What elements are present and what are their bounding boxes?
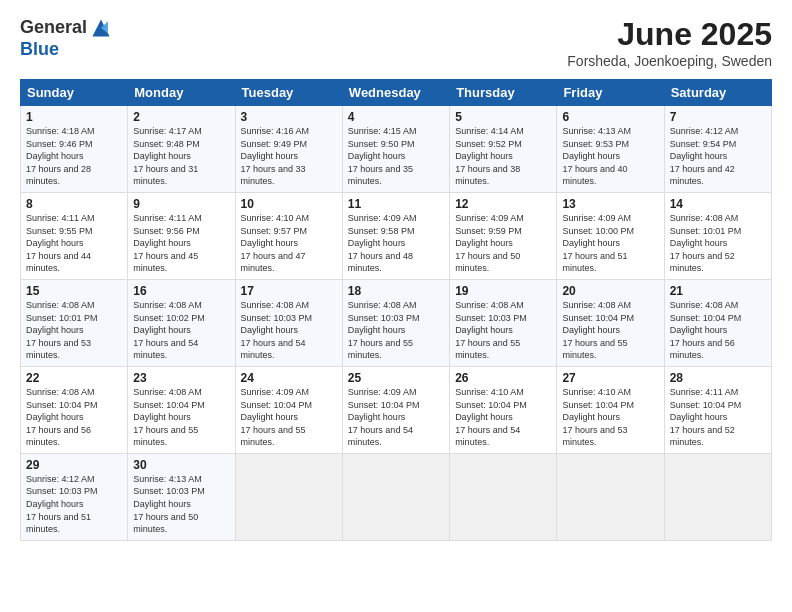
calendar-cell: 14 Sunrise: 4:08 AMSunset: 10:01 PMDayli… [664, 192, 771, 279]
day-info: Sunrise: 4:08 AMSunset: 10:03 PMDaylight… [455, 300, 527, 360]
day-number: 17 [241, 284, 337, 298]
calendar-cell: 13 Sunrise: 4:09 AMSunset: 10:00 PMDayli… [557, 192, 664, 279]
calendar-cell: 30 Sunrise: 4:13 AMSunset: 10:03 PMDayli… [128, 453, 235, 540]
calendar-title: June 2025 [567, 16, 772, 53]
calendar-cell: 25 Sunrise: 4:09 AMSunset: 10:04 PMDayli… [342, 366, 449, 453]
calendar-cell: 22 Sunrise: 4:08 AMSunset: 10:04 PMDayli… [21, 366, 128, 453]
day-info: Sunrise: 4:13 AMSunset: 10:03 PMDaylight… [133, 474, 205, 534]
logo-blue-text: Blue [20, 39, 59, 59]
calendar-week-3: 15 Sunrise: 4:08 AMSunset: 10:01 PMDayli… [21, 279, 772, 366]
calendar-cell: 28 Sunrise: 4:11 AMSunset: 10:04 PMDayli… [664, 366, 771, 453]
day-info: Sunrise: 4:12 AMSunset: 10:03 PMDaylight… [26, 474, 98, 534]
calendar-cell [557, 453, 664, 540]
calendar-cell [235, 453, 342, 540]
calendar-cell [342, 453, 449, 540]
page: General Blue June 2025 Forsheda, Joenkoe… [0, 0, 792, 612]
title-block: June 2025 Forsheda, Joenkoeping, Sweden [567, 16, 772, 69]
calendar-week-4: 22 Sunrise: 4:08 AMSunset: 10:04 PMDayli… [21, 366, 772, 453]
day-info: Sunrise: 4:08 AMSunset: 10:04 PMDaylight… [562, 300, 634, 360]
header-tuesday: Tuesday [235, 80, 342, 106]
day-number: 3 [241, 110, 337, 124]
day-info: Sunrise: 4:11 AMSunset: 9:56 PMDaylight … [133, 213, 202, 273]
day-info: Sunrise: 4:18 AMSunset: 9:46 PMDaylight … [26, 126, 95, 186]
header: General Blue June 2025 Forsheda, Joenkoe… [20, 16, 772, 69]
day-number: 8 [26, 197, 122, 211]
day-number: 25 [348, 371, 444, 385]
day-number: 1 [26, 110, 122, 124]
calendar-cell: 9 Sunrise: 4:11 AMSunset: 9:56 PMDayligh… [128, 192, 235, 279]
header-friday: Friday [557, 80, 664, 106]
calendar-cell: 1 Sunrise: 4:18 AMSunset: 9:46 PMDayligh… [21, 106, 128, 193]
calendar-cell: 24 Sunrise: 4:09 AMSunset: 10:04 PMDayli… [235, 366, 342, 453]
day-info: Sunrise: 4:10 AMSunset: 10:04 PMDaylight… [455, 387, 527, 447]
day-number: 7 [670, 110, 766, 124]
calendar-cell: 12 Sunrise: 4:09 AMSunset: 9:59 PMDaylig… [450, 192, 557, 279]
calendar-cell: 11 Sunrise: 4:09 AMSunset: 9:58 PMDaylig… [342, 192, 449, 279]
calendar-cell: 8 Sunrise: 4:11 AMSunset: 9:55 PMDayligh… [21, 192, 128, 279]
header-monday: Monday [128, 80, 235, 106]
calendar-cell: 10 Sunrise: 4:10 AMSunset: 9:57 PMDaylig… [235, 192, 342, 279]
day-info: Sunrise: 4:08 AMSunset: 10:03 PMDaylight… [348, 300, 420, 360]
calendar-cell: 15 Sunrise: 4:08 AMSunset: 10:01 PMDayli… [21, 279, 128, 366]
day-number: 28 [670, 371, 766, 385]
logo-icon [89, 16, 113, 40]
calendar-cell: 4 Sunrise: 4:15 AMSunset: 9:50 PMDayligh… [342, 106, 449, 193]
day-number: 6 [562, 110, 658, 124]
day-info: Sunrise: 4:10 AMSunset: 10:04 PMDaylight… [562, 387, 634, 447]
day-number: 2 [133, 110, 229, 124]
day-info: Sunrise: 4:16 AMSunset: 9:49 PMDaylight … [241, 126, 310, 186]
header-saturday: Saturday [664, 80, 771, 106]
day-info: Sunrise: 4:08 AMSunset: 10:04 PMDaylight… [26, 387, 98, 447]
day-info: Sunrise: 4:09 AMSunset: 10:04 PMDaylight… [348, 387, 420, 447]
day-number: 12 [455, 197, 551, 211]
day-number: 9 [133, 197, 229, 211]
day-info: Sunrise: 4:14 AMSunset: 9:52 PMDaylight … [455, 126, 524, 186]
calendar-cell: 16 Sunrise: 4:08 AMSunset: 10:02 PMDayli… [128, 279, 235, 366]
day-number: 21 [670, 284, 766, 298]
calendar-cell: 7 Sunrise: 4:12 AMSunset: 9:54 PMDayligh… [664, 106, 771, 193]
calendar-week-1: 1 Sunrise: 4:18 AMSunset: 9:46 PMDayligh… [21, 106, 772, 193]
day-info: Sunrise: 4:08 AMSunset: 10:01 PMDaylight… [26, 300, 98, 360]
day-number: 27 [562, 371, 658, 385]
calendar-cell: 18 Sunrise: 4:08 AMSunset: 10:03 PMDayli… [342, 279, 449, 366]
calendar-table: Sunday Monday Tuesday Wednesday Thursday… [20, 79, 772, 541]
calendar-cell: 19 Sunrise: 4:08 AMSunset: 10:03 PMDayli… [450, 279, 557, 366]
calendar-cell: 5 Sunrise: 4:14 AMSunset: 9:52 PMDayligh… [450, 106, 557, 193]
day-number: 16 [133, 284, 229, 298]
calendar-cell: 3 Sunrise: 4:16 AMSunset: 9:49 PMDayligh… [235, 106, 342, 193]
day-number: 26 [455, 371, 551, 385]
day-info: Sunrise: 4:09 AMSunset: 10:00 PMDaylight… [562, 213, 634, 273]
day-number: 24 [241, 371, 337, 385]
calendar-cell: 17 Sunrise: 4:08 AMSunset: 10:03 PMDayli… [235, 279, 342, 366]
logo-general-text: General [20, 18, 87, 38]
day-number: 22 [26, 371, 122, 385]
day-info: Sunrise: 4:10 AMSunset: 9:57 PMDaylight … [241, 213, 310, 273]
calendar-subtitle: Forsheda, Joenkoeping, Sweden [567, 53, 772, 69]
calendar-cell: 21 Sunrise: 4:08 AMSunset: 10:04 PMDayli… [664, 279, 771, 366]
day-number: 10 [241, 197, 337, 211]
day-number: 14 [670, 197, 766, 211]
calendar-cell: 20 Sunrise: 4:08 AMSunset: 10:04 PMDayli… [557, 279, 664, 366]
calendar-cell: 6 Sunrise: 4:13 AMSunset: 9:53 PMDayligh… [557, 106, 664, 193]
day-info: Sunrise: 4:08 AMSunset: 10:04 PMDaylight… [670, 300, 742, 360]
day-info: Sunrise: 4:08 AMSunset: 10:03 PMDaylight… [241, 300, 313, 360]
calendar-cell [664, 453, 771, 540]
day-number: 4 [348, 110, 444, 124]
header-wednesday: Wednesday [342, 80, 449, 106]
header-thursday: Thursday [450, 80, 557, 106]
day-info: Sunrise: 4:17 AMSunset: 9:48 PMDaylight … [133, 126, 202, 186]
day-number: 13 [562, 197, 658, 211]
day-info: Sunrise: 4:11 AMSunset: 9:55 PMDaylight … [26, 213, 95, 273]
day-info: Sunrise: 4:08 AMSunset: 10:01 PMDaylight… [670, 213, 742, 273]
day-number: 29 [26, 458, 122, 472]
day-number: 20 [562, 284, 658, 298]
day-number: 18 [348, 284, 444, 298]
day-info: Sunrise: 4:13 AMSunset: 9:53 PMDaylight … [562, 126, 631, 186]
day-number: 19 [455, 284, 551, 298]
day-info: Sunrise: 4:08 AMSunset: 10:02 PMDaylight… [133, 300, 205, 360]
calendar-cell: 26 Sunrise: 4:10 AMSunset: 10:04 PMDayli… [450, 366, 557, 453]
calendar-cell: 27 Sunrise: 4:10 AMSunset: 10:04 PMDayli… [557, 366, 664, 453]
day-info: Sunrise: 4:09 AMSunset: 10:04 PMDaylight… [241, 387, 313, 447]
day-info: Sunrise: 4:15 AMSunset: 9:50 PMDaylight … [348, 126, 417, 186]
calendar-week-5: 29 Sunrise: 4:12 AMSunset: 10:03 PMDayli… [21, 453, 772, 540]
